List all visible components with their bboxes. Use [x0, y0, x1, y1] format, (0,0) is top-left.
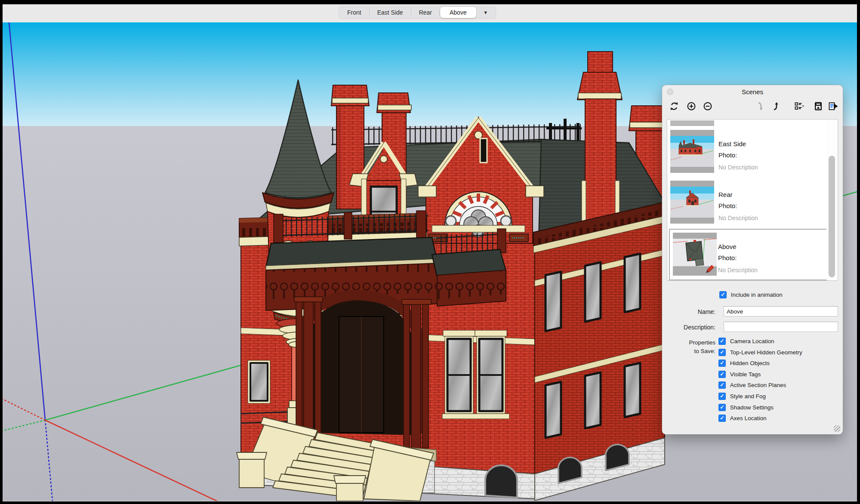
scene-tab-bar: Front East Side Rear Above ▼ — [339, 6, 496, 19]
scene-row-rear[interactable]: Rear Photo: No Description — [667, 181, 826, 228]
scene-photo-label: Photo: — [718, 150, 817, 161]
scene-tabs-overflow-dropdown[interactable]: ▼ — [476, 7, 495, 18]
include-in-animation-checkbox[interactable] — [719, 291, 727, 298]
panel-resize-handle[interactable] — [834, 425, 840, 432]
scene-photo-label: Photo: — [718, 200, 817, 212]
properties-to-save-label: Properties to Save: — [662, 338, 715, 356]
property-row: Shadow Settings — [718, 404, 774, 411]
top-toolbar-strip: Front East Side Rear Above ▼ — [3, 4, 857, 22]
scene-thumbnail — [670, 130, 714, 173]
scene-name: East Side — [718, 138, 817, 150]
show-details-icon[interactable] — [828, 101, 839, 112]
scene-list-scrollbar[interactable] — [826, 120, 837, 280]
property-row: Top-Level Hidden Geometry — [718, 349, 802, 356]
style-and-fog-checkbox[interactable] — [718, 393, 726, 400]
axes-location-checkbox[interactable] — [718, 415, 726, 422]
scenes-toolbar — [662, 98, 843, 116]
scene-thumbnail — [670, 181, 714, 224]
app-window: { "scene_tabs": { "items": ["Front", "Ea… — [0, 0, 860, 504]
app-frame: Front East Side Rear Above ▼ — [3, 4, 857, 501]
move-scene-up-icon[interactable] — [770, 101, 781, 112]
include-in-animation-label: Include in animation — [731, 292, 783, 298]
view-options-icon[interactable] — [794, 101, 805, 112]
scrollbar-thumb[interactable] — [829, 156, 835, 277]
move-scene-down-icon[interactable] — [755, 101, 766, 112]
scene-description: No Description — [718, 212, 817, 224]
property-row: Visible Tags — [718, 371, 761, 378]
description-label: Description: — [662, 324, 715, 331]
scene-row-above-selected[interactable]: Above Photo: No Description — [669, 229, 827, 280]
scene-description-input[interactable] — [724, 322, 838, 332]
scene-name: Rear — [718, 189, 817, 200]
scene-tab-front[interactable]: Front — [339, 7, 369, 18]
hidden-objects-checkbox[interactable] — [718, 360, 726, 367]
scene-name-input[interactable] — [724, 306, 838, 317]
scenes-panel-title: Scenes — [662, 85, 843, 99]
scene-list: East Side Photo: No Description — [667, 119, 838, 281]
scene-thumbnail — [673, 233, 717, 276]
property-row: Axes Location — [718, 415, 767, 422]
scene-description: No Description — [718, 264, 817, 276]
modeling-viewport[interactable]: Scenes — [3, 22, 857, 501]
property-row: Camera Location — [718, 338, 774, 345]
scene-thumbnail-toggle-icon[interactable] — [813, 101, 824, 112]
scene-tab-rear[interactable]: Rear — [411, 7, 440, 18]
scenes-panel: Scenes — [662, 85, 843, 434]
scene-tab-above-selected[interactable]: Above — [440, 7, 476, 18]
visible-tags-checkbox[interactable] — [718, 371, 726, 378]
edit-pencil-icon — [705, 263, 716, 274]
add-scene-icon[interactable] — [686, 101, 697, 112]
scene-row-east-side[interactable]: East Side Photo: No Description — [667, 130, 826, 177]
scene-description: No Description — [718, 162, 817, 173]
scene-thumbnail-partial — [670, 120, 714, 126]
property-row: Style and Fog — [718, 393, 766, 400]
name-label: Name: — [662, 308, 715, 315]
side-facade — [533, 202, 665, 501]
remove-scene-icon[interactable] — [702, 101, 713, 112]
scene-tab-east-side[interactable]: East Side — [370, 7, 411, 18]
active-section-planes-checkbox[interactable] — [718, 381, 726, 389]
scenes-panel-titlebar: Scenes — [662, 85, 843, 98]
scene-name: Above — [718, 241, 817, 252]
property-row: Hidden Objects — [718, 360, 770, 367]
update-scene-icon[interactable] — [669, 101, 680, 112]
shadow-settings-checkbox[interactable] — [718, 404, 726, 411]
top-level-hidden-geometry-checkbox[interactable] — [718, 349, 726, 356]
property-row: Active Section Planes — [718, 381, 786, 389]
scene-photo-label: Photo: — [718, 252, 817, 264]
panel-close-button[interactable] — [667, 89, 673, 95]
include-in-animation-row: Include in animation — [719, 291, 783, 298]
camera-location-checkbox[interactable] — [718, 338, 726, 345]
